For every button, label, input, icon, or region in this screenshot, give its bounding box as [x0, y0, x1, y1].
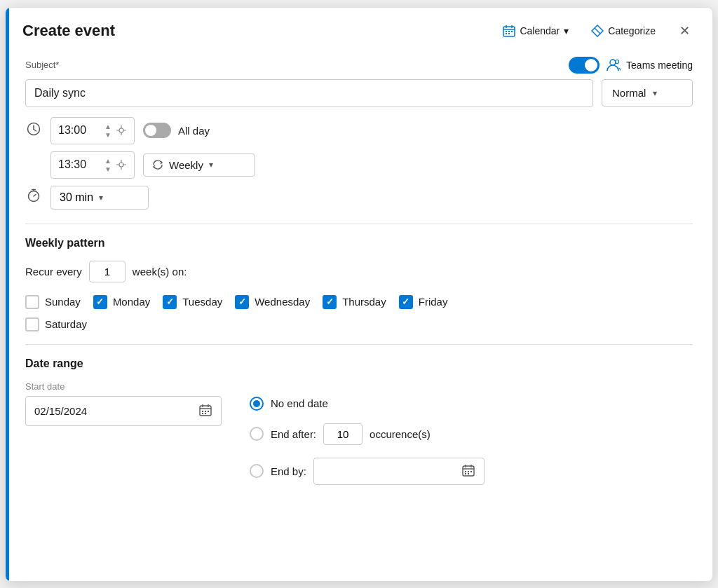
checkbox-saturday[interactable]: [25, 317, 39, 331]
checkbox-friday[interactable]: [399, 295, 413, 309]
end-time-input[interactable]: 13:30 ▲▼: [50, 151, 135, 179]
allday-row: All day: [143, 123, 210, 138]
radio-no-end-date[interactable]: [250, 397, 264, 411]
checkbox-wednesday[interactable]: [235, 295, 249, 309]
svg-rect-5: [508, 31, 510, 32]
time-section: 13:00 ▲▼: [25, 117, 693, 179]
close-button[interactable]: ✕: [674, 20, 696, 41]
days-row-1: Sunday Monday Tuesday Wednesday Thursday: [25, 295, 693, 309]
occurrences-suffix: occurence(s): [370, 428, 431, 440]
day-sunday[interactable]: Sunday: [25, 295, 81, 309]
day-monday[interactable]: Monday: [93, 295, 150, 309]
weekly-pattern-title: Weekly pattern: [25, 237, 693, 249]
day-saturday-label: Saturday: [45, 318, 87, 330]
duration-label: 30 min: [60, 191, 93, 204]
dialog-title: Create event: [22, 22, 115, 40]
calendar-button[interactable]: Calendar ▾: [499, 22, 573, 40]
svg-rect-44: [468, 471, 469, 472]
checkbox-tuesday[interactable]: [163, 295, 177, 309]
subject-input[interactable]: [25, 79, 593, 107]
end-by-field[interactable]: [323, 465, 456, 477]
categorize-button[interactable]: Categorize: [587, 22, 660, 40]
time-arrows-end: ▲▼: [104, 157, 111, 173]
svg-rect-38: [205, 413, 206, 414]
header-actions: Calendar ▾ Categorize ✕: [499, 20, 696, 41]
start-date-field[interactable]: [34, 405, 193, 417]
allday-label: All day: [178, 125, 210, 137]
time-arrows-start: ▲▼: [104, 123, 111, 139]
start-date-calendar-icon[interactable]: [198, 403, 212, 419]
subject-input-row: Normal ▾: [25, 79, 693, 107]
end-by-date-input[interactable]: [313, 458, 485, 485]
svg-point-21: [119, 163, 123, 167]
end-after-row[interactable]: End after: occurence(s): [250, 423, 485, 445]
start-date-label: Start date: [25, 381, 222, 392]
date-range-section: Date range Start date: [25, 357, 693, 485]
end-by-calendar-icon[interactable]: [461, 463, 475, 479]
occurrences-input[interactable]: [323, 423, 363, 445]
svg-line-10: [595, 28, 600, 34]
teams-toggle-area: Teams meeting: [569, 57, 693, 74]
svg-rect-6: [511, 31, 513, 32]
start-time-input[interactable]: 13:00 ▲▼: [50, 117, 135, 144]
create-event-dialog: Create event Calendar ▾: [5, 7, 713, 582]
svg-point-16: [119, 128, 123, 132]
day-monday-label: Monday: [113, 296, 150, 308]
dialog-body: Subject* Teams meeting: [6, 50, 712, 502]
duration-select[interactable]: 30 min ▾: [50, 186, 149, 210]
svg-rect-43: [465, 471, 466, 472]
no-end-date-label: No end date: [271, 397, 328, 409]
day-thursday[interactable]: Thursday: [323, 295, 386, 309]
svg-rect-7: [506, 33, 507, 34]
end-time-row: 13:30 ▲▼: [25, 151, 693, 179]
recur-number-input[interactable]: [89, 261, 126, 282]
recurrence-select[interactable]: Weekly ▾: [143, 153, 255, 177]
recur-prefix: Recur every: [25, 266, 82, 278]
teams-toggle[interactable]: [569, 57, 600, 74]
allday-toggle[interactable]: [143, 123, 171, 138]
end-by-label: End by:: [271, 465, 306, 477]
date-range-title: Date range: [25, 357, 693, 370]
date-range-layout: Start date: [25, 381, 693, 485]
timer-icon: [25, 189, 42, 206]
end-after-label: End after:: [271, 428, 316, 440]
checkbox-monday[interactable]: [93, 295, 107, 309]
subject-section: Subject* Teams meeting: [25, 57, 693, 107]
radio-end-after[interactable]: [250, 427, 264, 441]
day-friday[interactable]: Friday: [399, 295, 448, 309]
end-by-row[interactable]: End by:: [250, 458, 485, 485]
day-wednesday[interactable]: Wednesday: [235, 295, 310, 309]
divider-2: [25, 344, 693, 345]
svg-rect-34: [202, 411, 203, 412]
svg-rect-46: [465, 473, 466, 474]
svg-rect-47: [468, 473, 469, 474]
duration-row: 30 min ▾: [25, 186, 693, 210]
teams-label: Teams meeting: [626, 60, 693, 71]
duration-chevron-icon: ▾: [99, 193, 103, 203]
checkbox-sunday[interactable]: [25, 295, 39, 309]
start-date-col: Start date: [25, 381, 222, 426]
svg-rect-37: [202, 413, 203, 414]
categorize-icon: [591, 25, 604, 37]
radio-end-by[interactable]: [250, 464, 264, 478]
recurrence-label: Weekly: [169, 159, 203, 171]
priority-select[interactable]: Normal ▾: [602, 79, 693, 107]
teams-icon: [605, 57, 621, 73]
day-tuesday[interactable]: Tuesday: [163, 295, 222, 309]
end-time-value: 13:30: [58, 158, 100, 171]
svg-line-15: [34, 129, 36, 131]
divider-1: [25, 224, 693, 224]
days-row-2: Saturday: [25, 317, 693, 331]
day-friday-label: Friday: [419, 296, 448, 308]
svg-rect-4: [506, 31, 507, 32]
no-end-date-row[interactable]: No end date: [250, 397, 485, 411]
day-saturday[interactable]: Saturday: [25, 317, 87, 331]
start-date-input[interactable]: [25, 396, 222, 426]
clock-icon: [25, 122, 42, 139]
checkbox-thursday[interactable]: [323, 295, 337, 309]
time-adjust-icon: [116, 125, 127, 136]
svg-rect-45: [470, 471, 472, 472]
start-time-value: 13:00: [58, 124, 100, 137]
day-tuesday-label: Tuesday: [182, 296, 222, 308]
start-time-row: 13:00 ▲▼: [25, 117, 693, 144]
